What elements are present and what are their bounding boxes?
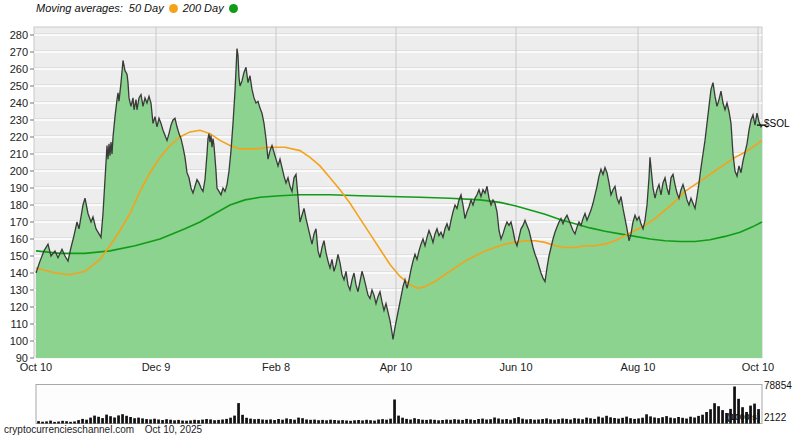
volume-last-label: 2122 bbox=[764, 412, 786, 423]
y-axis-label: 240 bbox=[10, 97, 28, 109]
volume-bar bbox=[469, 419, 472, 423]
source-site-label: cryptocurrencieschannel.com bbox=[4, 424, 134, 435]
volume-bar bbox=[149, 419, 152, 423]
volume-bar bbox=[321, 420, 324, 424]
volume-bar bbox=[201, 420, 204, 424]
volume-bar bbox=[545, 418, 548, 423]
volume-bar bbox=[413, 418, 416, 423]
chart-canvas: 2802702602502402302202102001901801701601… bbox=[0, 0, 800, 435]
volume-bar bbox=[445, 420, 448, 424]
volume-bar bbox=[257, 419, 260, 424]
y-axis-label: 190 bbox=[10, 182, 28, 194]
volume-bar bbox=[145, 419, 148, 423]
volume-bar bbox=[225, 419, 228, 424]
volume-bar bbox=[97, 417, 100, 424]
volume-bar bbox=[585, 418, 588, 424]
volume-bar bbox=[301, 418, 304, 423]
volume-bar bbox=[581, 419, 584, 423]
volume-bar bbox=[501, 419, 504, 423]
volume-bar bbox=[557, 419, 560, 423]
volume-bar bbox=[169, 420, 172, 424]
volume-bar bbox=[561, 419, 564, 424]
volume-bar bbox=[429, 419, 432, 423]
volume-bar bbox=[593, 419, 596, 424]
volume-bar bbox=[637, 418, 640, 423]
volume-bar bbox=[325, 420, 328, 423]
volume-bar bbox=[457, 420, 460, 424]
y-axis-label: 260 bbox=[10, 63, 28, 75]
volume-bar bbox=[685, 419, 688, 424]
volume-bar bbox=[293, 420, 296, 424]
volume-bar bbox=[365, 420, 368, 424]
y-axis-label: 110 bbox=[10, 318, 28, 330]
volume-bar bbox=[281, 420, 284, 424]
volume-bar bbox=[629, 418, 632, 423]
volume-bar bbox=[265, 420, 268, 424]
ma200-dot-icon bbox=[229, 4, 238, 13]
volume-bar bbox=[217, 420, 220, 424]
volume-bar bbox=[565, 419, 568, 424]
volume-bar bbox=[197, 420, 200, 423]
volume-bar bbox=[517, 417, 520, 423]
volume-bar bbox=[141, 418, 144, 423]
volume-bar bbox=[645, 414, 648, 423]
volume-bar bbox=[601, 418, 604, 424]
volume-bar bbox=[425, 420, 428, 424]
volume-bar bbox=[405, 419, 408, 424]
volume-bar bbox=[401, 418, 404, 424]
volume-bar bbox=[417, 419, 420, 423]
volume-bar bbox=[465, 419, 468, 424]
volume-bar bbox=[449, 420, 452, 424]
volume-bar bbox=[553, 420, 556, 424]
volume-bar bbox=[253, 419, 256, 423]
y-axis-label: 200 bbox=[10, 165, 28, 177]
volume-bar bbox=[285, 418, 288, 423]
x-axis-label: Apr 10 bbox=[380, 361, 412, 373]
volume-bar bbox=[549, 419, 552, 423]
volume-bar bbox=[229, 418, 232, 424]
volume-bar bbox=[497, 419, 500, 424]
volume-bar bbox=[625, 417, 628, 424]
volume-bar bbox=[133, 418, 136, 423]
volume-bar bbox=[349, 421, 352, 424]
footer: cryptocurrencieschannel.com Oct 10, 2025 bbox=[4, 424, 202, 435]
volume-bar bbox=[481, 419, 484, 424]
volume-bar bbox=[105, 415, 108, 424]
x-axis-label: Oct 10 bbox=[742, 361, 774, 373]
volume-bar bbox=[613, 418, 616, 424]
volume-bar bbox=[605, 416, 608, 424]
volume-bar bbox=[389, 419, 392, 424]
volume-bar bbox=[93, 416, 96, 424]
volume-bar bbox=[537, 419, 540, 423]
volume-bar bbox=[477, 419, 480, 424]
volume-bar bbox=[209, 419, 212, 423]
volume-bar bbox=[661, 417, 664, 423]
volume-bar bbox=[589, 418, 592, 423]
volume-bar bbox=[117, 415, 120, 423]
volume-bar bbox=[437, 420, 440, 423]
volume-bar bbox=[681, 418, 684, 424]
volume-bar bbox=[621, 418, 624, 424]
symbol-label: $SOL bbox=[764, 118, 790, 129]
volume-bar bbox=[81, 419, 84, 424]
volume-bar bbox=[241, 415, 244, 424]
volume-bar bbox=[385, 420, 388, 424]
volume-bar bbox=[665, 416, 668, 423]
volume-bar bbox=[573, 418, 576, 423]
volume-bar bbox=[541, 419, 544, 424]
volume-bar bbox=[297, 418, 300, 424]
volume-max-label: 78854 bbox=[764, 380, 792, 391]
volume-bar bbox=[157, 420, 160, 424]
volume-bar bbox=[333, 420, 336, 424]
volume-bar bbox=[245, 418, 248, 424]
y-axis-label: 180 bbox=[10, 199, 28, 211]
y-axis-label: 230 bbox=[10, 114, 28, 126]
footer-date-label: Oct 10, 2025 bbox=[145, 424, 202, 435]
price-chart-widget: Moving averages: 50 Day 200 Day 28027026… bbox=[0, 0, 800, 435]
volume-bar bbox=[525, 419, 528, 423]
legend-ma200-label: 200 Day bbox=[183, 2, 224, 14]
volume-bar bbox=[617, 419, 620, 424]
volume-bar bbox=[273, 420, 276, 424]
legend: Moving averages: 50 Day 200 Day bbox=[36, 2, 238, 14]
y-axis-label: 170 bbox=[10, 216, 28, 228]
